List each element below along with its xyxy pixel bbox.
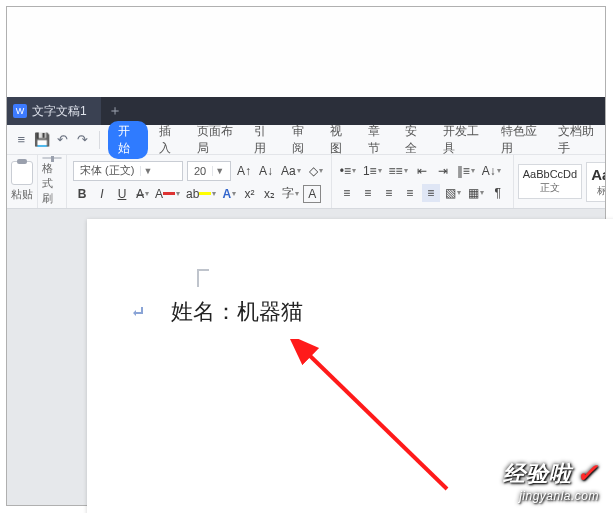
paste-label: 粘贴 xyxy=(11,187,33,202)
style-heading1[interactable]: AaBb 标题 1 xyxy=(586,162,605,202)
menu-page-layout[interactable]: 页面布局 xyxy=(190,123,244,157)
line-spacing-button[interactable]: ‖≡ xyxy=(455,162,477,180)
highlight-button[interactable]: ab xyxy=(184,185,218,203)
menu-app-icon[interactable]: ≡ xyxy=(13,130,30,150)
watermark: 经验啦 ✓ jingyanla.com xyxy=(503,458,599,503)
align-distribute-button[interactable]: ≡ xyxy=(422,184,440,202)
menu-start[interactable]: 开始 xyxy=(108,121,148,159)
separator xyxy=(99,131,100,149)
bold-button[interactable]: B xyxy=(73,185,91,203)
word-doc-icon: W xyxy=(13,104,27,118)
redo-icon[interactable]: ↷ xyxy=(75,130,92,150)
multilevel-list-button[interactable]: ≡≡ xyxy=(387,162,410,180)
paste-icon[interactable] xyxy=(11,161,33,185)
strikethrough-button[interactable]: A̶ xyxy=(133,185,151,203)
menu-doc-assistant[interactable]: 文档助手 xyxy=(551,123,605,157)
menu-bar: ≡ 💾 ↶ ↷ 开始 插入 页面布局 引用 审阅 视图 章节 安全 开发工具 特… xyxy=(7,125,605,155)
change-case-icon[interactable]: Aa xyxy=(279,162,303,180)
subscript-button[interactable]: x₂ xyxy=(260,185,278,203)
increase-font-icon[interactable]: A↑ xyxy=(235,162,253,180)
ribbon-toolbar: 粘贴 格式刷 宋体 (正文) ▼ 20 ▼ A↑ A↓ Aa ◇ xyxy=(7,155,605,209)
menu-security[interactable]: 安全 xyxy=(398,123,432,157)
align-left-button[interactable]: ≡ xyxy=(338,184,356,202)
menu-sections[interactable]: 章节 xyxy=(361,123,395,157)
bullets-button[interactable]: •≡ xyxy=(338,162,358,180)
borders-button[interactable]: ▦ xyxy=(466,184,486,202)
menu-devtools[interactable]: 开发工具 xyxy=(436,123,490,157)
menu-references[interactable]: 引用 xyxy=(247,123,281,157)
paragraph-group: •≡ 1≡ ≡≡ ⇤ ⇥ ‖≡ A↓ ≡ ≡ ≡ ≡ ≡ ▧ ▦ ¶ xyxy=(332,155,514,208)
app-window: W 文字文稿1 ＋ ≡ 💾 ↶ ↷ 开始 插入 页面布局 引用 审阅 视图 章节… xyxy=(6,6,606,506)
style-preview: AaBbCcDd xyxy=(523,168,577,180)
annotation-arrow xyxy=(287,339,467,499)
menu-review[interactable]: 审阅 xyxy=(285,123,319,157)
font-group: 宋体 (正文) ▼ 20 ▼ A↑ A↓ Aa ◇ B I U A̶ A ab … xyxy=(67,155,332,208)
underline-button[interactable]: U xyxy=(113,185,131,203)
chevron-down-icon: ▼ xyxy=(140,166,154,176)
clipboard-group: 粘贴 xyxy=(7,155,38,208)
clear-format-icon[interactable]: ◇ xyxy=(307,162,325,180)
sort-button[interactable]: A↓ xyxy=(480,162,503,180)
align-right-button[interactable]: ≡ xyxy=(380,184,398,202)
decrease-font-icon[interactable]: A↓ xyxy=(257,162,275,180)
watermark-url: jingyanla.com xyxy=(503,489,599,503)
format-painter-icon[interactable] xyxy=(42,157,62,159)
font-name-combo[interactable]: 宋体 (正文) ▼ xyxy=(73,161,183,181)
checkmark-icon: ✓ xyxy=(576,458,599,489)
font-color-button[interactable]: A xyxy=(153,185,182,203)
align-center-button[interactable]: ≡ xyxy=(359,184,377,202)
document-text-line[interactable]: 姓名：机器猫 xyxy=(171,297,303,327)
numbering-button[interactable]: 1≡ xyxy=(361,162,384,180)
align-justify-button[interactable]: ≡ xyxy=(401,184,419,202)
menu-featured[interactable]: 特色应用 xyxy=(494,123,548,157)
format-painter-label: 格式刷 xyxy=(42,161,62,206)
chevron-down-icon: ▼ xyxy=(212,166,226,176)
save-icon[interactable]: 💾 xyxy=(34,130,51,150)
increase-indent-button[interactable]: ⇥ xyxy=(434,162,452,180)
style-normal[interactable]: AaBbCcDd 正文 xyxy=(518,164,582,199)
style-preview: AaBb xyxy=(591,166,605,183)
undo-icon[interactable]: ↶ xyxy=(54,130,71,150)
phonetic-guide-button[interactable]: 字 xyxy=(280,185,301,203)
font-size-combo[interactable]: 20 ▼ xyxy=(187,161,231,181)
format-painter-group: 格式刷 xyxy=(38,155,67,208)
ruler-indent-marker xyxy=(197,269,215,291)
document-tab-label: 文字文稿1 xyxy=(32,103,87,120)
menu-insert[interactable]: 插入 xyxy=(152,123,186,157)
font-size-value: 20 xyxy=(188,165,212,177)
font-name-value: 宋体 (正文) xyxy=(74,163,140,178)
character-border-button[interactable]: A xyxy=(303,185,321,203)
decrease-indent-button[interactable]: ⇤ xyxy=(413,162,431,180)
style-name: 正文 xyxy=(523,181,577,195)
watermark-title: 经验啦 xyxy=(503,459,572,489)
shading-button[interactable]: ▧ xyxy=(443,184,463,202)
show-marks-button[interactable]: ¶ xyxy=(489,184,507,202)
menu-view[interactable]: 视图 xyxy=(323,123,357,157)
paragraph-return-icon xyxy=(132,303,144,315)
browser-chrome-placeholder xyxy=(7,7,605,97)
style-name: 标题 1 xyxy=(591,184,605,198)
superscript-button[interactable]: x² xyxy=(240,185,258,203)
styles-group: AaBbCcDd 正文 AaBb 标题 1 AaB 标题 xyxy=(514,155,605,208)
italic-button[interactable]: I xyxy=(93,185,111,203)
svg-line-0 xyxy=(305,351,447,489)
text-effects-button[interactable]: A xyxy=(220,185,238,203)
